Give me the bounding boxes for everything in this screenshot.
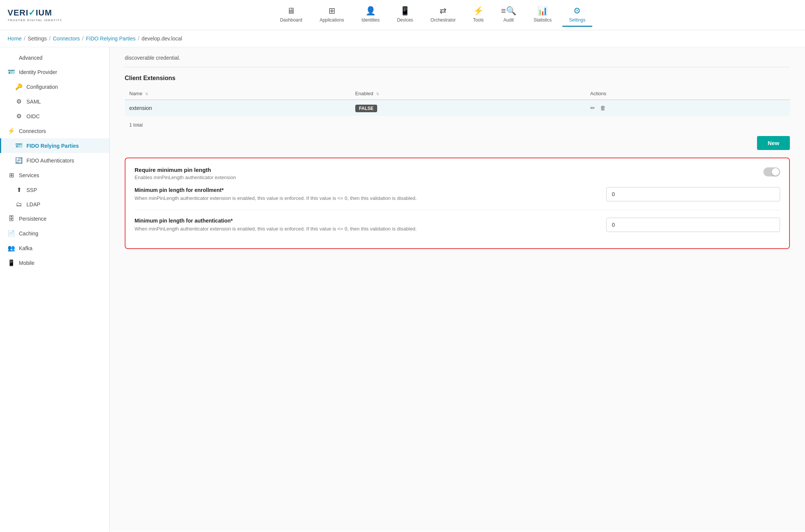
breadcrumb-sep-0: / [24,36,25,42]
nav-label-applications: Applications [320,17,344,23]
nav-item-orchestrator[interactable]: ⇄Orchestrator [424,3,463,27]
nav-label-tools: Tools [473,17,484,23]
nav-label-devices: Devices [397,17,413,23]
pin-field-1: Minimum pin length for authentication* W… [135,218,780,240]
sidebar-label-persistence: Persistence [19,216,46,222]
sidebar-item-ldap[interactable]: 🗂LDAP [0,197,109,212]
sidebar-label-mobile: Mobile [19,260,34,266]
logo-tagline: TRUSTED DIGITAL IDENTITY [8,19,68,22]
field-input-0[interactable] [606,187,780,201]
col-actions: Actions [586,88,790,100]
sidebar-item-identity-provider[interactable]: 🪪Identity Provider [0,65,109,79]
top-nav: VERI✓IUM TRUSTED DIGITAL IDENTITY 🖥Dashb… [0,0,805,30]
edit-icon[interactable]: ✏ [590,105,595,111]
field-label-area-0: Minimum pin length for enrollment* When … [135,187,599,202]
field-desc-0: When minPinLength authenticator extensio… [135,195,599,202]
sidebar-label-saml: SAML [26,99,41,105]
ssp-icon: ⬆ [15,186,23,193]
button-row: New [125,136,790,154]
sidebar-label-fido-authenticators: FIDO Authenticators [26,158,74,164]
connectors-icon: ⚡ [8,127,15,135]
sidebar-item-kafka[interactable]: 👥Kafka [0,241,109,255]
breadcrumb-sep-3: / [138,36,139,42]
sidebar-item-services[interactable]: ⊞Services [0,168,109,182]
field-label-1: Minimum pin length for authentication* [135,218,599,224]
ldap-icon: 🗂 [15,201,23,208]
nav-label-audit: Audit [503,17,514,23]
extensions-table: Name ⇅ Enabled ⇅ Actions extension FALSE… [125,88,790,116]
sidebar-label-configuration: Configuration [26,84,58,90]
nav-label-settings: Settings [569,17,585,23]
field-input-area-1 [606,218,780,232]
identity-provider-icon: 🪪 [8,68,15,76]
sidebar-item-connectors[interactable]: ⚡Connectors [0,124,109,138]
tools-icon: ⚡ [473,6,483,16]
breadcrumb-link-3[interactable]: FIDO Relying Parties [86,36,135,42]
delete-icon[interactable]: 🗑 [600,105,606,111]
sort-name-icon[interactable]: ⇅ [145,92,148,96]
toggle-label: Require minimum pin length [135,167,236,173]
red-section-fields: Minimum pin length for enrollment* When … [135,187,780,240]
nav-label-dashboard: Dashboard [280,17,302,23]
sidebar-label-services: Services [19,172,39,178]
nav-item-audit[interactable]: ≡🔍Audit [494,3,523,27]
nav-item-tools[interactable]: ⚡Tools [466,3,491,27]
fido-relying-parties-icon: 🪪 [15,142,23,149]
sidebar-item-configuration[interactable]: 🔑Configuration [0,79,109,94]
orchestrator-icon: ⇄ [440,6,446,16]
toggle-description: Enables minPinLength authenticator exten… [135,175,236,180]
breadcrumb-link-2[interactable]: Connectors [53,36,80,42]
statistics-icon: 📊 [537,6,548,16]
col-enabled: Enabled ⇅ [351,88,586,100]
sidebar-item-fido-authenticators[interactable]: 🔄FIDO Authenticators [0,153,109,168]
breadcrumb-text-1: Settings [28,36,47,42]
sidebar-item-persistence[interactable]: 🗄Persistence [0,212,109,226]
nav-item-statistics[interactable]: 📊Statistics [527,3,559,27]
dashboard-icon: 🖥 [287,6,295,16]
kafka-icon: 👥 [8,244,15,252]
sidebar-label-identity-provider: Identity Provider [19,69,57,75]
breadcrumb-link-0[interactable]: Home [8,36,22,42]
breadcrumb-text-4: develop.dev.local [142,36,182,42]
logo: VERI✓IUM TRUSTED DIGITAL IDENTITY [8,8,68,22]
sidebar-label-caching: Caching [19,230,38,237]
nav-item-settings[interactable]: ⚙Settings [562,3,592,27]
field-input-1[interactable] [606,218,780,232]
sidebar-item-caching[interactable]: 📄Caching [0,226,109,241]
sidebar-item-saml[interactable]: ⚙SAML [0,94,109,109]
services-icon: ⊞ [8,172,15,179]
logo-name: VERI✓IUM [8,8,68,18]
layout: Advanced🪪Identity Provider🔑Configuration… [0,47,805,532]
table-row: extension FALSE ✏ 🗑 [125,100,790,116]
sidebar-item-mobile[interactable]: 📱Mobile [0,255,109,270]
nav-label-identities: Identities [361,17,379,23]
audit-icon: ≡🔍 [501,6,516,16]
new-button[interactable]: New [757,136,790,150]
nav-item-applications[interactable]: ⊞Applications [313,3,351,27]
settings-icon: ⚙ [573,6,581,16]
nav-item-identities[interactable]: 👤Identities [355,3,386,27]
min-pin-toggle[interactable] [763,167,780,176]
breadcrumb: Home/Settings/Connectors/FIDO Relying Pa… [0,30,805,47]
sidebar-label-ldap: LDAP [26,201,40,207]
row-name: extension [125,100,351,116]
field-desc-1: When minPinLength authenticator extensio… [135,225,599,233]
configuration-icon: 🔑 [15,83,23,90]
sidebar-item-fido-relying-parties[interactable]: 🪪FIDO Relying Parties [0,138,109,153]
sidebar-item-ssp[interactable]: ⬆SSP [0,182,109,197]
saml-icon: ⚙ [15,98,23,105]
nav-item-devices[interactable]: 📱Devices [390,3,420,27]
toggle-row: Require minimum pin length Enables minPi… [135,167,780,180]
enabled-badge: FALSE [355,105,378,112]
nav-item-dashboard[interactable]: 🖥Dashboard [273,3,309,27]
client-extensions-title: Client Extensions [125,75,790,82]
total-text: 1 total [125,120,790,130]
sort-enabled-icon[interactable]: ⇅ [376,92,379,96]
sidebar-item-advanced[interactable]: Advanced [0,51,109,65]
mobile-icon: 📱 [8,259,15,266]
red-section: Require minimum pin length Enables minPi… [125,158,790,249]
pin-field-0: Minimum pin length for enrollment* When … [135,187,780,210]
row-enabled: FALSE [351,100,586,116]
caching-icon: 📄 [8,230,15,237]
sidebar-item-oidc[interactable]: ⚙OIDC [0,109,109,124]
